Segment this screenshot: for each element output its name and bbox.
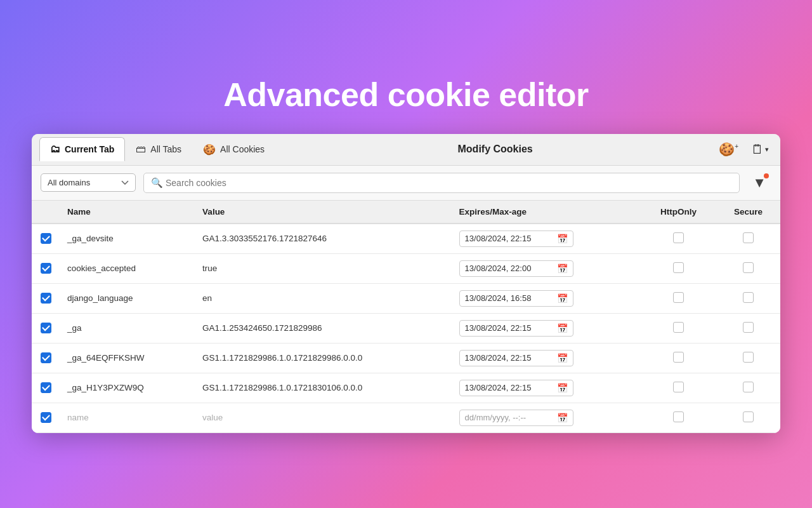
row-secure	[716, 224, 780, 254]
row-name: name	[60, 403, 195, 432]
cookie-table-container: Name Value Expires/Max-age HttpOnly Secu…	[32, 201, 780, 433]
calendar-icon: 📅	[557, 413, 568, 423]
date-value: 13/08/2024, 22:15	[465, 323, 532, 333]
date-value: 13/08/2024, 22:15	[465, 383, 532, 392]
httponly-checkbox[interactable]	[673, 352, 684, 363]
table-row: cookies_acceptedtrue13/08/2024, 22:00📅	[32, 253, 780, 283]
all-tabs-icon: 🗃	[136, 144, 146, 155]
date-placeholder: dd/mm/yyyy, --:--	[465, 413, 527, 422]
search-toolbar: All domains 🔍 ▼	[32, 166, 780, 201]
col-value: Value	[195, 201, 451, 224]
row-checkbox[interactable]	[41, 412, 51, 423]
secure-checkbox[interactable]	[743, 322, 754, 333]
row-httponly	[641, 283, 716, 313]
row-secure	[716, 403, 780, 432]
secure-checkbox[interactable]	[743, 382, 754, 392]
cookie-table: Name Value Expires/Max-age HttpOnly Secu…	[32, 201, 780, 433]
row-httponly	[641, 343, 716, 373]
filter-button[interactable]: ▼	[747, 172, 771, 194]
search-input[interactable]	[143, 173, 740, 193]
all-cookies-icon: 🍪	[203, 144, 216, 156]
row-expires: dd/mm/yyyy, --:--📅	[452, 403, 641, 432]
row-expires: 13/08/2024, 22:15📅	[452, 373, 641, 403]
row-httponly	[641, 253, 716, 283]
tab-bar: 🗂 Current Tab 🗃 All Tabs 🍪 All Cookies M…	[32, 134, 780, 166]
tab-all-tabs-label: All Tabs	[150, 144, 181, 154]
row-checkbox[interactable]	[41, 293, 51, 304]
row-value: GS1.1.1721829986.1.0.1721829986.0.0.0	[195, 343, 451, 373]
row-name: cookies_accepted	[60, 253, 195, 283]
secure-checkbox[interactable]	[743, 411, 754, 422]
row-httponly	[641, 403, 716, 432]
httponly-checkbox[interactable]	[673, 232, 684, 243]
date-value: 13/08/2024, 16:58	[465, 293, 532, 303]
row-expires: 13/08/2024, 22:15📅	[452, 313, 641, 343]
httponly-checkbox[interactable]	[673, 411, 684, 422]
row-secure	[716, 343, 780, 373]
table-row: django_languageen13/08/2024, 16:58📅	[32, 283, 780, 313]
row-expires: 13/08/2024, 22:15📅	[452, 224, 641, 254]
search-wrapper: 🔍	[143, 173, 740, 193]
row-checkbox[interactable]	[41, 233, 51, 244]
row-secure	[716, 373, 780, 403]
tab-current-tab[interactable]: 🗂 Current Tab	[39, 137, 125, 161]
table-row: _ga_H1Y3PXZW9QGS1.1.1721829986.1.0.17218…	[32, 373, 780, 403]
domain-select[interactable]: All domains	[41, 173, 136, 192]
row-checkbox[interactable]	[41, 352, 51, 363]
tab-all-cookies-label: All Cookies	[220, 144, 265, 154]
httponly-checkbox[interactable]	[673, 322, 684, 333]
tab-current-tab-label: Current Tab	[65, 144, 114, 154]
secure-checkbox[interactable]	[743, 292, 754, 303]
calendar-icon: 📅	[557, 293, 568, 304]
col-checkbox	[32, 201, 60, 224]
table-header-row: Name Value Expires/Max-age HttpOnly Secu…	[32, 201, 780, 224]
main-window: 🗂 Current Tab 🗃 All Tabs 🍪 All Cookies M…	[32, 134, 780, 433]
tab-all-cookies[interactable]: 🍪 All Cookies	[192, 137, 275, 161]
tab-all-tabs[interactable]: 🗃 All Tabs	[125, 137, 192, 161]
secure-checkbox[interactable]	[743, 262, 754, 273]
table-row: _gaGA1.1.253424650.172182998613/08/2024,…	[32, 313, 780, 343]
calendar-icon: 📅	[557, 353, 568, 363]
current-tab-icon: 🗂	[50, 144, 60, 155]
app-title: Advanced cookie editor	[223, 76, 589, 114]
row-value: GA1.3.3033552176.1721827646	[195, 224, 451, 254]
row-expires: 13/08/2024, 22:00📅	[452, 253, 641, 283]
row-checkbox-cell	[32, 313, 60, 343]
row-value: en	[195, 283, 451, 313]
httponly-checkbox[interactable]	[673, 292, 684, 303]
col-name: Name	[60, 201, 195, 224]
row-name: _ga_64EQFFKSHW	[60, 343, 195, 373]
row-value: true	[195, 253, 451, 283]
export-button[interactable]: 🗒 ▾	[747, 140, 773, 159]
row-value: GS1.1.1721829986.1.0.1721830106.0.0.0	[195, 373, 451, 403]
col-httponly: HttpOnly	[641, 201, 716, 224]
date-value: 13/08/2024, 22:15	[465, 353, 532, 363]
add-cookie-icon: 🍪+	[719, 142, 738, 157]
export-icon: 🗒	[751, 142, 764, 157]
row-httponly	[641, 313, 716, 343]
row-secure	[716, 253, 780, 283]
secure-checkbox[interactable]	[743, 232, 754, 243]
row-secure	[716, 313, 780, 343]
httponly-checkbox[interactable]	[673, 262, 684, 273]
row-checkbox-cell	[32, 253, 60, 283]
toolbar-title-area: Modify Cookies	[275, 144, 715, 155]
row-value: value	[195, 403, 451, 432]
add-cookie-button[interactable]: 🍪+	[715, 139, 742, 159]
row-name: _ga_devsite	[60, 224, 195, 254]
row-name: _ga	[60, 313, 195, 343]
row-httponly	[641, 224, 716, 254]
row-checkbox[interactable]	[41, 263, 51, 274]
secure-checkbox[interactable]	[743, 352, 754, 363]
row-value: GA1.1.253424650.1721829986	[195, 313, 451, 343]
row-httponly	[641, 373, 716, 403]
row-checkbox[interactable]	[41, 382, 51, 393]
httponly-checkbox[interactable]	[673, 382, 684, 392]
row-expires: 13/08/2024, 22:15📅	[452, 343, 641, 373]
row-secure	[716, 283, 780, 313]
row-checkbox-cell	[32, 373, 60, 403]
row-name: django_language	[60, 283, 195, 313]
table-row: _ga_devsiteGA1.3.3033552176.172182764613…	[32, 224, 780, 254]
table-row: _ga_64EQFFKSHWGS1.1.1721829986.1.0.17218…	[32, 343, 780, 373]
row-checkbox[interactable]	[41, 323, 51, 333]
